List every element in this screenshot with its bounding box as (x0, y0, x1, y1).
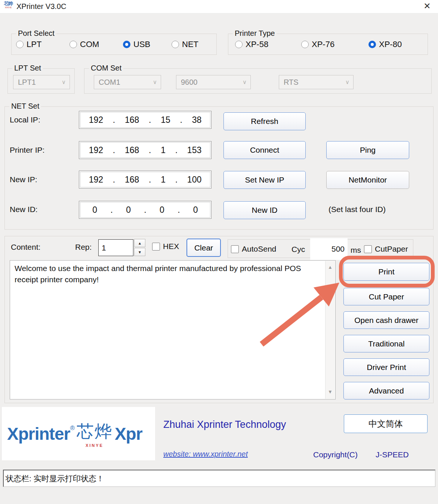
lpt-port-select[interactable]: LPT1 ∨ (13, 75, 70, 89)
octet: 1 (161, 145, 166, 155)
octet: 192 (89, 115, 103, 125)
radio-circle-com[interactable] (70, 41, 77, 48)
octet: 0 (160, 205, 164, 215)
flow-control-select[interactable]: RTS ∨ (279, 75, 354, 89)
dot: . (175, 145, 178, 155)
dot: . (113, 115, 115, 125)
octet: 153 (187, 145, 201, 155)
new-ip-field[interactable]: 192. 168. 1. 100 (79, 171, 212, 189)
dot: . (110, 205, 112, 215)
radio-option-lpt[interactable]: LPT (16, 40, 41, 49)
hex-label: HEX (163, 242, 179, 251)
cut-paper-button[interactable]: Cut Paper (343, 288, 429, 305)
cutpaper-checkbox-option[interactable]: CutPaper (364, 245, 408, 253)
lpt-set-group: LPT Set LPT1 ∨ (7, 68, 75, 94)
open-cash-drawer-button[interactable]: Open cash drawer (343, 311, 429, 329)
radio-option-xp58[interactable]: XP-58 (235, 40, 268, 49)
driver-print-button[interactable]: Driver Print (343, 358, 429, 376)
com-set-group-label: COM Set (89, 64, 123, 72)
logo-partial-text: Xpr (115, 424, 142, 444)
status-bar: 状态栏: 实时显示打印状态！ (3, 470, 435, 487)
spinner-down-icon[interactable]: ▼ (134, 248, 145, 256)
company-name: Zhuhai Xprinter Technology (163, 419, 286, 430)
logo-chinese-text: 芯烨 (77, 420, 112, 443)
autosend-checkbox[interactable] (231, 245, 239, 253)
radio-option-net[interactable]: NET (172, 40, 198, 49)
rep-spinner: ▲ ▼ (134, 239, 145, 256)
radio-label-com: COM (80, 40, 99, 49)
cutpaper-checkbox[interactable] (364, 245, 372, 253)
radio-label-lpt: LPT (27, 40, 41, 49)
ping-button[interactable]: Ping (326, 141, 409, 159)
cyc-label: Cyc (292, 245, 305, 254)
set-new-ip-button[interactable]: Set New IP (223, 171, 306, 189)
dot: . (149, 145, 151, 155)
com-port-select[interactable]: COM1 ∨ (94, 75, 161, 89)
new-id-button[interactable]: New ID (223, 201, 306, 219)
local-ip-field[interactable]: 192. 168. 15. 38 (79, 111, 212, 129)
octet: 15 (161, 115, 170, 125)
chevron-down-icon: ∨ (345, 79, 349, 85)
radio-circle-xp76[interactable] (301, 41, 309, 48)
radio-circle-usb[interactable] (123, 41, 130, 48)
close-icon[interactable]: ✕ (422, 1, 433, 11)
hex-checkbox-option[interactable]: HEX (152, 242, 179, 251)
radio-label-net: NET (182, 40, 198, 49)
port-select-group: Port Select LPT COM USB NET (11, 34, 217, 55)
scroll-down-icon[interactable]: ▼ (326, 389, 335, 396)
local-ip-label: Local IP: (10, 115, 40, 124)
autosend-panel: AutoSend Cyc ms CutPaper (228, 239, 413, 258)
dot: . (180, 115, 182, 125)
content-textarea[interactable]: Welcome to use the impact and thermal pr… (10, 260, 336, 399)
octet: 192 (89, 175, 103, 185)
rep-input[interactable] (98, 239, 133, 256)
radio-option-xp76[interactable]: XP-76 (301, 40, 334, 49)
cyc-input[interactable] (310, 238, 348, 260)
printer-ip-field[interactable]: 192. 168. 1. 153 (79, 141, 212, 159)
logo-brand-text: Xprinter® (7, 424, 74, 444)
dot: . (149, 115, 151, 125)
dot: . (149, 175, 151, 185)
octet: 0 (126, 205, 131, 215)
jspeed-text: J-SPEED (376, 450, 409, 459)
textarea-scrollbar[interactable]: ▲ ▼ (325, 261, 335, 399)
website-link[interactable]: website: www.xprinter.net (163, 450, 248, 458)
lpt-set-group-label: LPT Set (12, 64, 43, 72)
printer-type-group: Printer Type XP-58 XP-76 XP-80 (228, 34, 428, 55)
spinner-up-icon[interactable]: ▲ (134, 239, 145, 247)
dot: . (175, 175, 178, 185)
printer-ip-label: Printer IP: (10, 146, 44, 155)
new-ip-label: New IP: (10, 175, 37, 184)
radio-option-com[interactable]: COM (70, 40, 99, 49)
connect-button[interactable]: Connect (223, 141, 306, 159)
copyright-text: Copyright(C) (313, 450, 358, 459)
set-last-four-id-note: (Set last four ID) (328, 205, 386, 214)
refresh-button[interactable]: Refresh (223, 112, 306, 130)
chevron-down-icon: ∨ (62, 79, 66, 85)
new-id-field[interactable]: 0. 0. 0. 0 (79, 201, 212, 219)
dot: . (113, 145, 115, 155)
com-set-group: COM Set COM1 ∨ 9600 ∨ RTS ∨ (84, 68, 432, 94)
baud-rate-value: 9600 (181, 78, 198, 87)
octet: 168 (125, 115, 139, 125)
octet: 168 (125, 145, 139, 155)
octet: 38 (192, 115, 202, 125)
advanced-button[interactable]: Advanced (343, 382, 429, 399)
traditional-button[interactable]: Traditional (343, 335, 429, 352)
clear-button[interactable]: Clear (186, 239, 221, 257)
hex-checkbox[interactable] (152, 243, 160, 251)
octet: 0 (92, 205, 97, 215)
baud-rate-select[interactable]: 9600 ∨ (176, 75, 251, 89)
language-button[interactable]: 中文简体 (344, 414, 428, 433)
radio-option-usb[interactable]: USB (123, 40, 150, 49)
autosend-checkbox-option[interactable]: AutoSend (231, 245, 276, 253)
radio-circle-xp80[interactable] (368, 41, 376, 48)
netmonitor-button[interactable]: NetMonitor (326, 171, 409, 189)
radio-option-xp80[interactable]: XP-80 (368, 40, 402, 49)
dot: . (178, 205, 180, 215)
radio-circle-net[interactable] (172, 41, 179, 48)
radio-circle-lpt[interactable] (16, 41, 24, 48)
radio-circle-xp58[interactable] (235, 41, 243, 48)
chevron-down-icon: ∨ (153, 79, 157, 85)
scroll-up-icon[interactable]: ▲ (326, 264, 335, 271)
